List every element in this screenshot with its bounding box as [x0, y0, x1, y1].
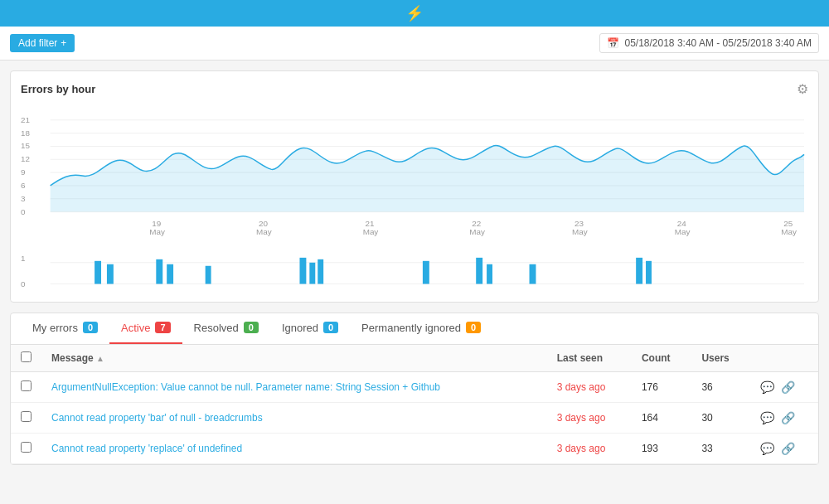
- svg-text:1: 1: [21, 254, 26, 263]
- row-last-seen-1: 3 days ago: [547, 402, 632, 433]
- tabs-bar: My errors 0 Active 7 Resolved 0 Ignored …: [11, 313, 818, 345]
- tab-ignored-badge: 0: [323, 322, 338, 333]
- row-last-seen-0: 3 days ago: [547, 371, 632, 402]
- sort-icon[interactable]: ▲: [96, 354, 104, 363]
- users-header: Users: [691, 345, 750, 372]
- svg-text:6: 6: [21, 181, 26, 190]
- svg-rect-35: [107, 264, 114, 284]
- svg-text:0: 0: [21, 280, 26, 289]
- row-users-2: 33: [691, 433, 750, 463]
- row-count-0: 176: [632, 371, 692, 402]
- svg-text:May: May: [363, 227, 379, 236]
- row-checkbox-0[interactable]: [21, 380, 32, 391]
- comment-icon-0[interactable]: 💬: [760, 380, 774, 394]
- row-checkbox-cell: [11, 371, 41, 402]
- row-checkbox-1[interactable]: [21, 411, 32, 422]
- svg-text:15: 15: [21, 141, 30, 150]
- svg-rect-34: [95, 261, 101, 284]
- comment-icon-1[interactable]: 💬: [760, 411, 774, 424]
- error-table: Message ▲ Last seen Count Users Argument…: [11, 345, 818, 464]
- filter-bar: Add filter + 📅 05/18/2018 3:40 AM - 05/2…: [0, 27, 829, 61]
- last-seen-header: Last seen: [547, 345, 632, 372]
- svg-rect-36: [156, 259, 162, 284]
- link-icon-2[interactable]: 🔗: [781, 442, 795, 455]
- chart-header: Errors by hour ⚙: [21, 81, 808, 97]
- plus-icon: +: [61, 37, 66, 49]
- error-link-2[interactable]: Cannot read property 'replace' of undefi…: [51, 443, 242, 454]
- row-message-0: ArgumentNullException: Value cannot be n…: [41, 371, 547, 402]
- error-link-1[interactable]: Cannot read property 'bar' of null - bre…: [51, 412, 263, 424]
- tab-resolved[interactable]: Resolved 0: [182, 313, 270, 344]
- row-last-seen-2: 3 days ago: [547, 433, 632, 463]
- tab-perm-ignored[interactable]: Permanently ignored 0: [350, 313, 492, 344]
- select-all-checkbox[interactable]: [21, 351, 32, 362]
- svg-text:May: May: [572, 227, 588, 236]
- link-icon-1[interactable]: 🔗: [781, 411, 795, 424]
- row-actions-2: 💬 🔗: [750, 433, 818, 463]
- svg-rect-41: [318, 259, 323, 284]
- tab-active[interactable]: Active 7: [109, 313, 182, 344]
- chart-title: Errors by hour: [21, 83, 95, 95]
- svg-rect-47: [646, 261, 652, 284]
- actions-header: [750, 345, 818, 372]
- svg-text:May: May: [256, 227, 272, 236]
- tab-active-label: Active: [121, 322, 150, 334]
- row-users-1: 30: [691, 402, 750, 433]
- tab-my-errors-badge: 0: [83, 322, 98, 333]
- tab-ignored[interactable]: Ignored 0: [270, 313, 350, 344]
- tab-ignored-label: Ignored: [282, 322, 318, 334]
- tab-perm-ignored-badge: 0: [466, 322, 481, 333]
- top-bar: ⚡: [0, 0, 829, 27]
- row-count-1: 164: [632, 402, 692, 433]
- svg-rect-46: [636, 258, 642, 284]
- row-checkbox-2[interactable]: [21, 442, 32, 453]
- comment-icon-2[interactable]: 💬: [760, 442, 774, 455]
- chart-card: Errors by hour ⚙ 21 18 15 12 9 6: [10, 70, 819, 303]
- select-all-header: [11, 345, 41, 372]
- svg-rect-38: [206, 266, 211, 284]
- svg-text:3: 3: [21, 194, 26, 203]
- svg-rect-42: [423, 261, 429, 284]
- row-message-1: Cannot read property 'bar' of null - bre…: [41, 402, 547, 433]
- table-row: ArgumentNullException: Value cannot be n…: [11, 371, 818, 402]
- row-actions-0: 💬 🔗: [750, 371, 818, 402]
- svg-rect-40: [309, 263, 315, 284]
- svg-text:May: May: [781, 227, 797, 236]
- tab-my-errors[interactable]: My errors 0: [21, 313, 109, 344]
- svg-rect-44: [487, 264, 492, 284]
- tab-resolved-badge: 0: [244, 322, 259, 333]
- add-filter-label: Add filter: [18, 37, 57, 49]
- message-header-label: Message: [51, 352, 94, 364]
- tab-active-badge: 7: [155, 322, 170, 333]
- row-message-2: Cannot read property 'replace' of undefi…: [41, 433, 547, 463]
- row-count-2: 193: [632, 433, 692, 463]
- row-actions-1: 💬 🔗: [750, 402, 818, 433]
- svg-text:May: May: [469, 227, 485, 236]
- row-checkbox-cell: [11, 433, 41, 463]
- error-link-0[interactable]: ArgumentNullException: Value cannot be n…: [51, 381, 440, 393]
- svg-rect-39: [299, 258, 306, 284]
- lightning-icon: ⚡: [405, 4, 424, 22]
- main-chart-container: 21 18 15 12 9 6 3 0 19 May 20 May 21 May: [21, 104, 808, 292]
- calendar-icon: 📅: [607, 37, 619, 49]
- tabs-card: My errors 0 Active 7 Resolved 0 Ignored …: [10, 313, 819, 465]
- line-chart: 21 18 15 12 9 6 3 0 19 May 20 May 21 May: [21, 104, 808, 243]
- add-filter-button[interactable]: Add filter +: [10, 34, 75, 52]
- svg-text:18: 18: [21, 128, 30, 138]
- message-header: Message ▲: [41, 345, 547, 372]
- link-icon-0[interactable]: 🔗: [781, 380, 795, 394]
- row-checkbox-cell: [11, 402, 41, 433]
- tab-resolved-label: Resolved: [194, 322, 239, 334]
- table-row: Cannot read property 'replace' of undefi…: [11, 433, 818, 463]
- svg-rect-37: [167, 264, 173, 284]
- bar-chart: 1 0: [21, 246, 808, 291]
- tab-perm-ignored-label: Permanently ignored: [361, 322, 461, 334]
- gear-icon[interactable]: ⚙: [797, 81, 808, 97]
- svg-text:0: 0: [21, 207, 26, 216]
- tab-my-errors-label: My errors: [32, 322, 78, 334]
- date-range-display[interactable]: 📅 05/18/2018 3:40 AM - 05/25/2018 3:40 A…: [599, 33, 819, 53]
- count-header: Count: [632, 345, 692, 372]
- svg-rect-45: [530, 264, 536, 284]
- svg-text:May: May: [149, 227, 165, 236]
- svg-text:9: 9: [21, 167, 26, 177]
